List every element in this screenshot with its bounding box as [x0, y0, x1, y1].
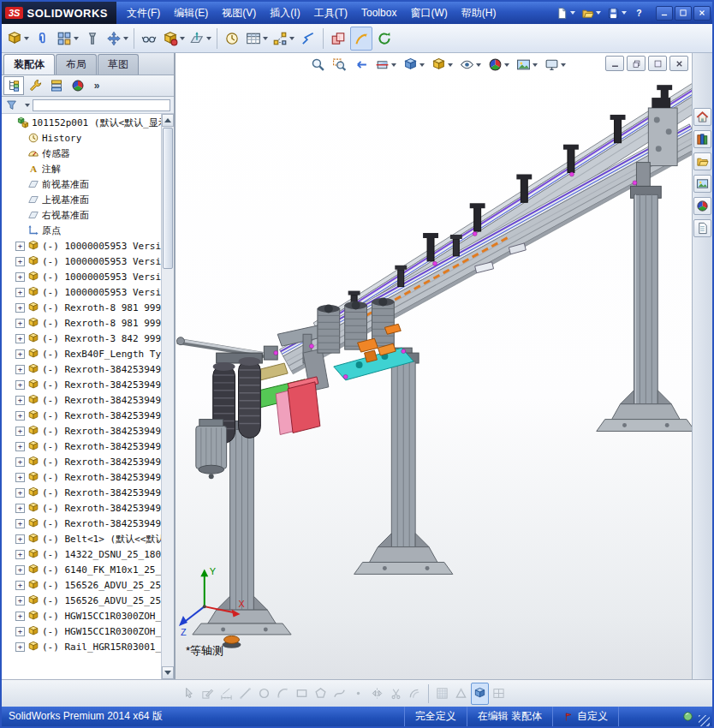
smart-dimension-button[interactable]: [217, 683, 235, 705]
resize-grip[interactable]: [699, 715, 710, 726]
expander-icon[interactable]: [15, 272, 25, 282]
scroll-down-button[interactable]: [162, 666, 174, 679]
menu-edit[interactable]: 编辑(E): [167, 2, 215, 24]
display-style-button[interactable]: [429, 56, 455, 74]
instant-3d-button[interactable]: [350, 27, 372, 51]
tree-item[interactable]: (-) 10000005953 Version: [2, 238, 161, 254]
expander-icon[interactable]: [15, 257, 25, 266]
tree-item[interactable]: (-) Rexroth-3842539495<: [2, 392, 161, 408]
custom-properties-button[interactable]: [693, 219, 711, 237]
tree-item[interactable]: (-) 156526_ADVU_25_25_P: [2, 577, 161, 593]
filter-caret[interactable]: [25, 104, 30, 107]
apply-scene-button[interactable]: [514, 56, 540, 74]
expander-icon[interactable]: [15, 550, 25, 559]
model-ribbed-cylinders[interactable]: [318, 298, 394, 354]
expander-icon[interactable]: [15, 427, 25, 436]
tree-item[interactable]: (-) 10000005953 Version: [2, 284, 161, 300]
previous-view-button[interactable]: [351, 56, 371, 74]
doc-close-button[interactable]: [669, 56, 688, 71]
displaymanager-tab[interactable]: [68, 76, 88, 95]
tree-item[interactable]: (-) 14322_DSNU_25_180_P: [2, 546, 161, 562]
dropdown-caret[interactable]: [180, 37, 185, 40]
tab-layout[interactable]: 布局: [56, 54, 97, 75]
expander-icon[interactable]: [15, 457, 25, 467]
view-orientation-button[interactable]: [401, 56, 427, 74]
tree-item[interactable]: (-) 156526_ADVU_25_25_P: [2, 593, 161, 608]
tree-item[interactable]: (-) RexB40F_Length Type: [2, 346, 161, 361]
expander-icon[interactable]: [15, 365, 25, 374]
bill-of-materials-button[interactable]: [244, 27, 270, 51]
expander-icon[interactable]: [15, 380, 25, 390]
menu-help[interactable]: 帮助(H): [455, 2, 503, 24]
dropdown-caret[interactable]: [476, 63, 481, 67]
status-customize[interactable]: 自定义: [552, 707, 618, 726]
dropdown-caret[interactable]: [123, 37, 128, 40]
propertymanager-tab[interactable]: [25, 76, 45, 95]
expander-icon[interactable]: [15, 349, 25, 359]
tree-item[interactable]: (-) Rexroth-3842539495<: [2, 500, 161, 516]
model-motor[interactable]: [196, 420, 227, 480]
tree-item[interactable]: (-) 6140_FK_M10x1_25__: [2, 562, 161, 577]
tree-item[interactable]: (-) Belt<1> (默认<<默认: [2, 531, 161, 546]
tree-item[interactable]: History: [2, 130, 161, 146]
insert-component-button[interactable]: [5, 27, 31, 51]
expander-icon[interactable]: [15, 581, 25, 590]
expander-icon[interactable]: [15, 488, 25, 498]
file-explorer-button[interactable]: [693, 152, 711, 170]
mirror-entities-button[interactable]: [368, 683, 386, 705]
edit-appearance-button[interactable]: [485, 56, 512, 74]
open-document-button[interactable]: [580, 6, 603, 21]
expander-icon[interactable]: [15, 396, 25, 405]
status-define-state[interactable]: 完全定义: [404, 707, 467, 726]
assembly-features-button[interactable]: [161, 27, 187, 51]
dropdown-caret[interactable]: [289, 37, 295, 40]
doc-maximize-button[interactable]: [648, 56, 667, 71]
tree-item[interactable]: (-) 10000005953 Version: [2, 254, 161, 269]
rebuild-button[interactable]: [373, 27, 396, 51]
expander-icon[interactable]: [15, 334, 25, 343]
dropdown-caret[interactable]: [622, 11, 627, 15]
expander-icon[interactable]: [15, 303, 25, 313]
dropdown-caret[interactable]: [561, 63, 566, 67]
tree-root-item[interactable]: 101152p001 (默认<默认_显示: [2, 115, 161, 130]
dropdown-caret[interactable]: [570, 11, 575, 15]
trim-entities-button[interactable]: [387, 683, 405, 705]
tree-item[interactable]: (-) Rexroth-8 981 999 2: [2, 300, 161, 315]
tree-item[interactable]: A注解: [2, 161, 161, 176]
tree-item[interactable]: (-) Rexroth-3842539495<: [2, 485, 161, 500]
expander-icon[interactable]: [15, 534, 25, 544]
tree-item[interactable]: (-) Rexroth-3842539495<: [2, 377, 161, 392]
dropdown-caret[interactable]: [419, 63, 425, 67]
viewport-layout-button[interactable]: [490, 683, 508, 705]
appearances-button[interactable]: [693, 197, 711, 215]
tab-sketch[interactable]: 草图: [98, 54, 139, 75]
expander-icon[interactable]: [15, 627, 25, 636]
tree-item[interactable]: 原点: [2, 223, 161, 238]
dropdown-caret[interactable]: [263, 37, 268, 40]
filter-input[interactable]: [33, 99, 170, 111]
tree-item[interactable]: (-) Rexroth-3 842 999 9: [2, 331, 161, 346]
reference-geometry-button[interactable]: [187, 27, 213, 51]
tree-item[interactable]: (-) Rexroth-3842539495<: [2, 516, 161, 531]
model-conveyor-near-beam[interactable]: [279, 124, 692, 374]
tree-item[interactable]: (-) HGW15CC1R0300ZOH_No: [2, 608, 161, 624]
expander-icon[interactable]: [15, 504, 25, 513]
dropdown-caret[interactable]: [391, 63, 396, 67]
smart-fasteners-button[interactable]: [81, 27, 104, 51]
section-view-button[interactable]: [372, 56, 399, 74]
expander-icon[interactable]: [15, 612, 25, 621]
featuremanager-tab[interactable]: [3, 76, 24, 95]
show-hidden-components-button[interactable]: [138, 27, 160, 51]
scroll-up-button[interactable]: [162, 114, 174, 127]
tree-item[interactable]: (-) HGW15CC1R0300ZOH_No: [2, 624, 161, 639]
tree-item[interactable]: 传感器: [2, 146, 161, 161]
status-edit-mode[interactable]: 在编辑 装配体: [467, 707, 552, 726]
filter-funnel-icon[interactable]: [5, 99, 18, 110]
expander-icon[interactable]: [15, 288, 25, 297]
quick-snaps-button[interactable]: [452, 683, 470, 705]
scroll-thumb[interactable]: [163, 128, 173, 269]
scroll-track[interactable]: [162, 127, 174, 666]
offset-entities-button[interactable]: [406, 683, 424, 705]
tree-item[interactable]: (-) Rexroth-3842539495<: [2, 423, 161, 439]
zoom-area-button[interactable]: [330, 56, 349, 74]
